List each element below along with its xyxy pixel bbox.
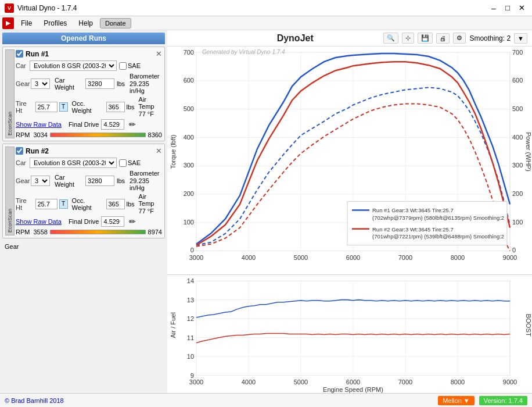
charts-container: Generated by Virtual Dyno 1.7.4 [167,47,532,393]
run2-label: Run #2 [26,147,49,155]
svg-text:8000: 8000 [451,254,465,261]
run2-show-raw[interactable]: Show Raw Data [16,218,62,225]
run2-carweight-label: Car Weight [55,174,83,188]
mellon-button[interactable]: Mellon ▼ [438,396,474,405]
svg-text:500: 500 [512,105,523,112]
y-right-labels: 700 600 500 400 300 200 100 0 [512,49,523,254]
svg-text:4000: 4000 [242,254,256,261]
run2-finaldrive-label: Final Drive [69,218,99,225]
run2-carweight-input[interactable] [85,176,114,186]
run1-title-group: Run #1 [16,50,49,58]
svg-text:100: 100 [512,219,523,226]
mellon-dropdown-icon: ▼ [463,397,470,404]
run2-checkbox[interactable] [16,147,23,155]
run1-finaldrive-input[interactable] [101,119,124,130]
donate-button[interactable]: Donate [100,18,131,28]
run1-occ-unit: lbs [127,103,135,110]
profiles-menu[interactable]: Profiles [39,18,71,28]
svg-text:10: 10 [187,353,194,360]
run1-rpm-label: RPM [16,131,30,138]
app-icon: V [5,3,14,13]
run1-show-raw[interactable]: Show Raw Data [16,121,62,128]
menubar: ▶ File Profiles Help Donate [0,16,532,30]
print-button[interactable]: 🖨 [436,33,450,44]
run2-tire-input[interactable] [35,199,57,209]
svg-text:3000: 3000 [189,379,203,385]
maximize-button[interactable]: □ [502,2,513,14]
run2-occ-input[interactable] [106,199,125,209]
chart-header: DynoJet 🔍 ⊹ 💾 🖨 ⚙ Smoothing: 2 ▼ [167,30,532,47]
run1-occ-input[interactable] [106,102,125,112]
run2-car-select[interactable]: Evolution 8 GSR (2003-2005) [30,158,117,168]
run1-checkbox[interactable] [16,50,23,58]
sub-y-left-title: Air / Fuel [170,312,177,338]
mellon-label: Mellon [443,397,461,404]
run2-rpm-row: RPM 3558 8974 [16,229,162,235]
svg-text:100: 100 [184,219,194,226]
run1-barometer: Barometer 29.235 in/Hg [130,73,162,94]
svg-text:700: 700 [512,49,523,56]
run1-rpm-value: 3034 [33,131,47,138]
sub-chart: 14 13 12 11 10 9 3000 4000 5000 6000 700… [167,275,532,393]
right-panel: DynoJet 🔍 ⊹ 💾 🖨 ⚙ Smoothing: 2 ▼ Generat… [167,30,532,393]
svg-text:11: 11 [187,334,194,341]
run2-header: Run #2 ✕ [16,147,162,155]
run2-sae-label: SAE [128,159,141,166]
svg-text:13: 13 [187,297,194,304]
cursor-button[interactable]: ⊹ [402,33,414,44]
run1-tire-input[interactable] [35,102,57,112]
svg-text:9000: 9000 [503,254,517,261]
run1-ecoscan-label: EconScan [5,49,15,138]
settings-button[interactable]: ⚙ [453,33,466,44]
run2-airtemp: Air Temp 77 °F [139,193,162,215]
chart-watermark: Generated by Virtual Dyno 1.7.4 [202,49,285,55]
svg-text:500: 500 [184,105,194,112]
close-button[interactable]: ✕ [516,2,527,14]
help-menu[interactable]: Help [74,18,98,28]
run1-car-select[interactable]: Evolution 8 GSR (2003-2005) [30,60,117,71]
run1-barometer-label: Barometer [130,73,162,80]
run2-close-button[interactable]: ✕ [156,147,162,155]
legend1-subtext: (702whp@7379rpm) (580lbft@6135rpm) Smoot… [372,214,504,220]
version-button[interactable]: Version: 1.7.4 [479,396,527,405]
run2-rpm-bar [50,230,146,234]
run2-finaldrive-input[interactable] [101,216,124,227]
svg-text:600: 600 [512,77,523,84]
y-right-title: Power (WHP) [525,132,532,172]
run1-airtemp-value: 77 °F [139,110,162,117]
run2-tire-button[interactable]: T [59,199,68,209]
smoothing-adjust-button[interactable]: ▼ [514,33,527,44]
svg-text:0: 0 [512,247,516,254]
save-button[interactable]: 💾 [418,33,433,44]
svg-text:300: 300 [184,162,194,169]
minimize-button[interactable]: – [488,2,499,14]
run1-card: EconScan Run #1 ✕ Car Evolution 8 GSR (2… [2,47,165,141]
run2-occ-label: Occ. Weight [72,197,105,211]
svg-text:6000: 6000 [346,254,360,261]
svg-text:4000: 4000 [242,379,256,385]
run1-close-button[interactable]: ✕ [156,49,162,58]
title-left: V Virtual Dyno - 1.7.4 [5,3,77,13]
run2-sae-checkbox[interactable] [119,159,127,167]
run1-sae-checkbox[interactable] [119,62,127,70]
svg-text:400: 400 [512,134,523,141]
run2-edit-icon[interactable]: ✏ [129,217,136,226]
zoom-in-button[interactable]: 🔍 [383,33,398,44]
main-content: Opened Runs EconScan Run #1 ✕ Car [0,30,532,393]
run1-carweight-input[interactable] [85,78,114,89]
run1-rpm-max: 8360 [148,131,162,138]
run1-edit-icon[interactable]: ✏ [129,120,136,129]
run1-tire-label: Tire Ht [16,100,34,114]
run2-gear-select[interactable]: 3 [31,176,50,186]
run2-tire-row: Tire Ht T Occ. Weight lbs Air Temp 77 °F [16,193,162,215]
run1-tire-button[interactable]: T [59,102,68,112]
run1-gear-label: Gear [16,80,28,87]
run2-card: EconScan Run #2 ✕ Car Evolution 8 GSR (2… [2,144,165,238]
file-menu[interactable]: File [16,18,37,28]
run1-gear-select[interactable]: 3 [31,78,50,89]
run1-car-row: Car Evolution 8 GSR (2003-2005) SAE [16,60,162,71]
main-chart-svg: 700 600 500 400 300 200 100 0 700 600 50… [167,47,532,274]
run2-title-group: Run #2 [16,147,49,155]
svg-text:5000: 5000 [294,254,308,261]
svg-text:8000: 8000 [451,379,465,385]
